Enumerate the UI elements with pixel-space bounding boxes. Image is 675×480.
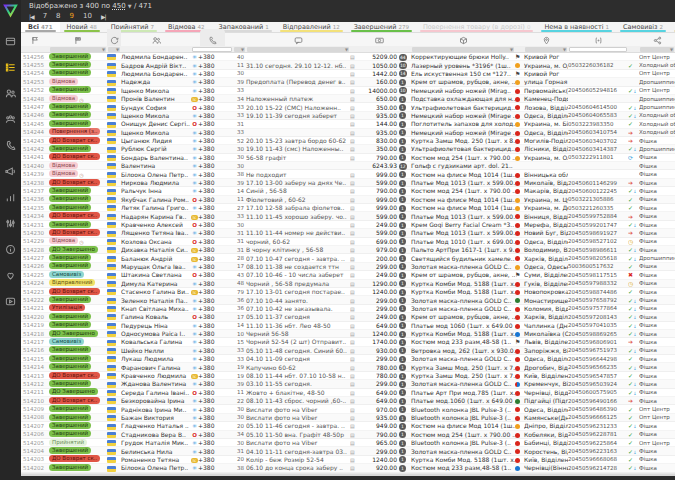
- tracking-number[interactable]: 20450604614500: [568, 104, 628, 110]
- order-comment[interactable]: 19.10 11-43 (смс) Наложенны..: [246, 145, 350, 152]
- delivery-city[interactable]: Новопокровка ..: [524, 288, 568, 295]
- product-name[interactable]: Крем от шрамов, рубцов, акне, ..: [411, 313, 515, 320]
- customer-phone[interactable]: ✳+380: [191, 355, 233, 362]
- table-row[interactable]: 514225СамовивізШтакина СветланаO+3804307…: [21, 271, 675, 279]
- order-status[interactable]: Завершений: [49, 204, 107, 212]
- product-name[interactable]: Крем от шрамов, рубцов, акне, ..: [411, 78, 515, 85]
- delivery-city[interactable]: Харків, Відділе..: [524, 255, 568, 262]
- product-name[interactable]: Костюм на флисе Мод 1014 (1ш..: [411, 204, 515, 211]
- table-row[interactable]: 514211ДО ЗавершеноСереда Галина Івані..O…: [21, 389, 675, 397]
- product-name[interactable]: Куртка Комби Мод. 5188 (1шт. х..: [411, 288, 515, 295]
- stats-icon[interactable]: [0, 184, 21, 210]
- product-name[interactable]: Куртка Замш Мод. 250 (1шт. х 7..: [411, 364, 515, 371]
- customer-phone[interactable]: ✳+380: [191, 53, 233, 60]
- delivery-city[interactable]: Одеса, Відділен..: [524, 129, 568, 136]
- order-comment[interactable]: Капучино 60-62: [246, 364, 350, 371]
- customer-name[interactable]: Середа Галина Івані..: [121, 389, 191, 396]
- product-name[interactable]: Крем от шрамов, рубцов, акне, ..: [411, 271, 515, 278]
- last-page-button[interactable]: ▶|: [101, 13, 106, 20]
- product-name[interactable]: Куртка Замш Мод. 250 (1шт. х 8..: [411, 137, 515, 144]
- product-name[interactable]: Костюм на флисе Мод 1014 (1ш..: [411, 422, 515, 429]
- customer-phone[interactable]: lc+380: [191, 246, 233, 253]
- tracking-number[interactable]: 0503223983350: [568, 121, 628, 127]
- customer-name[interactable]: Летяк Галина Григо..: [121, 204, 191, 211]
- order-comment[interactable]: Наложенный платеж: [246, 95, 350, 102]
- order-comment[interactable]: 05.10 11-37 сегодня: [246, 313, 350, 320]
- tracking-number[interactable]: 20450598691927: [568, 230, 628, 236]
- customer-phone[interactable]: lc+380: [191, 288, 233, 295]
- customer-phone[interactable]: ✳+380: [191, 305, 233, 312]
- tracking-number[interactable]: 20450596503924: [568, 381, 628, 387]
- customer-name[interactable]: Баланюк Андрій: [121, 255, 191, 262]
- table-row[interactable]: 514248Відмова◷Пронів Валентинlc+38034Нал…: [21, 95, 675, 103]
- product-name[interactable]: Платье Мод 1010 (1шт. х 699.00..: [411, 238, 515, 245]
- order-status[interactable]: Повернення (з..: [49, 128, 107, 136]
- order-comment[interactable]: 19.10 11-39 сегодня заберет: [246, 112, 350, 119]
- product-name[interactable]: Светящийся будильник хамеле..: [411, 255, 515, 262]
- page-button-9[interactable]: 9: [70, 12, 74, 20]
- tracking-number[interactable]: 20450596228781: [568, 431, 628, 437]
- order-comment[interactable]: 05.10 11-48 сегодня. Синий 60..: [246, 347, 350, 354]
- horizontal-scrollbar[interactable]: [0, 476, 675, 480]
- customer-name[interactable]: Бондарь Валентина..: [121, 154, 191, 161]
- product-name[interactable]: Гольф с гудзиками арт. dol. 21..: [411, 162, 515, 169]
- delivery-city[interactable]: Лісники, Відділ..: [524, 145, 568, 152]
- table-row[interactable]: 514256ЗавершенийЛюдмила Бондарен..✳+3804…: [21, 53, 675, 61]
- customer-name[interactable]: Валентина: [121, 162, 191, 169]
- customer-phone[interactable]: ✳+380: [191, 229, 233, 236]
- table-row[interactable]: 514213ДО Возврат ск..Кравченко Людмилаlc…: [21, 372, 675, 380]
- order-status[interactable]: Відмова: [49, 78, 107, 86]
- product-name[interactable]: Костюм мод 254 (1шт. х 790.00 ..: [411, 154, 515, 161]
- table-row[interactable]: 514228ДО ЗавершеноДихавка Наталія Си..lc…: [21, 246, 675, 254]
- delivery-city[interactable]: Київ, Відділенн..: [524, 372, 568, 379]
- delivery-city[interactable]: Первомайськ(..: [524, 87, 568, 94]
- product-name[interactable]: Платье Мод 1013 (1шт. х 599.00..: [411, 229, 515, 236]
- tracking-number[interactable]: 20450596644298: [568, 356, 628, 362]
- order-status[interactable]: ДО Завершено: [49, 246, 107, 254]
- filter-input[interactable]: [192, 47, 232, 52]
- customer-name[interactable]: Зеленко Наталія Па..: [121, 297, 191, 304]
- delivery-city[interactable]: Одеса, Одеська..: [524, 263, 568, 270]
- product-name[interactable]: Куртка Комби Мод. 5188 (1шт. х..: [411, 456, 515, 463]
- delivery-city[interactable]: Украина, м. Де..: [524, 204, 568, 211]
- order-status[interactable]: Завершений: [49, 447, 107, 455]
- table-row[interactable]: 514227ЗавершенийБаланюк Андрійlc+3802807…: [21, 254, 675, 262]
- product-name[interactable]: Немецкий набор ножей (Mirag..: [411, 87, 515, 94]
- order-comment[interactable]: 31.10 сегодня. 29.10 12-12. нб..: [246, 62, 350, 69]
- order-status[interactable]: Завершений: [49, 262, 107, 270]
- tracking-number[interactable]: 20450597577864: [568, 305, 628, 311]
- customer-phone[interactable]: ✳+380: [191, 448, 233, 455]
- customer-phone[interactable]: lc+380: [191, 372, 233, 379]
- tracking-number[interactable]: 20450600575905: [568, 389, 628, 395]
- customer-phone[interactable]: ✳+380: [191, 179, 233, 186]
- broadcast-icon[interactable]: [0, 158, 21, 184]
- tracking-number[interactable]: 20450603410754: [568, 129, 628, 135]
- customer-name[interactable]: Пронів Валентин: [121, 95, 191, 102]
- customer-phone[interactable]: ✳+380: [191, 347, 233, 354]
- order-comment[interactable]: Вислати фото на Viber: [246, 439, 350, 446]
- order-status[interactable]: ДО Завершено: [49, 330, 107, 338]
- page-button-10[interactable]: 10: [83, 12, 92, 20]
- table-row[interactable]: 514215ЗавершенийЛукаш Людмила✳+3803304.1…: [21, 355, 675, 363]
- order-comment[interactable]: 11.10 11-36 нбт. Лео 48-50: [246, 322, 350, 329]
- tracking-number[interactable]: 20450596223163: [568, 448, 628, 454]
- order-comment[interactable]: 17.10 12-58 забрала фіолетов..: [246, 204, 350, 211]
- order-comment[interactable]: 04.10 11-09 сегодня: [246, 355, 350, 362]
- product-name[interactable]: Bluetooth колонка JBL Pulse-3 (..: [411, 439, 515, 446]
- order-comment[interactable]: В чорну клітинку , 56-58: [246, 246, 350, 253]
- table-row[interactable]: 514218ДО ЗавершеноОдносумова Раіса І..✳+…: [21, 330, 675, 338]
- customer-name[interactable]: Кнап Світлана Миха..: [121, 305, 191, 312]
- order-status[interactable]: Завершений: [49, 187, 107, 195]
- order-status[interactable]: Завершений: [49, 321, 107, 329]
- tracking-number[interactable]: 20450596490166: [568, 398, 628, 404]
- order-status[interactable]: Самовивіз: [49, 271, 107, 279]
- order-status[interactable]: Завершений: [49, 422, 107, 430]
- tracking-number[interactable]: 20450597041035: [568, 322, 628, 328]
- delivery-city[interactable]: Львів, Відділен..: [524, 338, 568, 345]
- tracking-number[interactable]: 5003600517632: [568, 263, 628, 269]
- customer-name[interactable]: Односумова Раіса І..: [121, 330, 191, 337]
- customer-phone[interactable]: ✳+380: [191, 297, 233, 304]
- delivery-city[interactable]: Чаплинка (Дніп..: [524, 322, 568, 329]
- settings-icon[interactable]: [0, 210, 21, 236]
- table-row[interactable]: 514202ЗавершенийБілоока Олена Петр..✳+38…: [21, 464, 675, 472]
